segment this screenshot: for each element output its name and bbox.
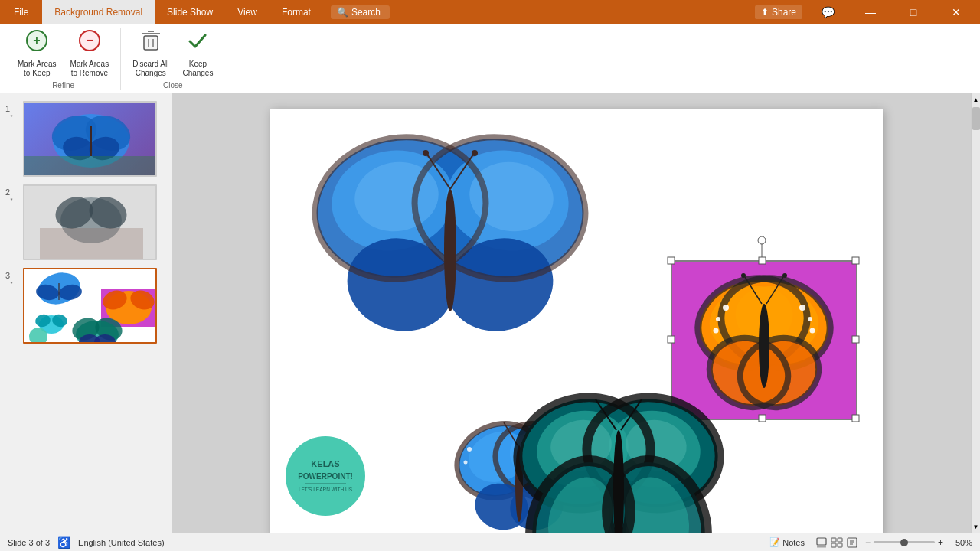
notes-icon: 📝 [769, 537, 780, 547]
notes-button[interactable]: 📝 Notes [766, 536, 808, 548]
mark-remove-label: Mark Areas to Remove [70, 60, 109, 78]
zoom-out-icon[interactable]: − [865, 537, 871, 548]
tab-slideshow[interactable]: Slide Show [155, 0, 225, 24]
search-label: Search [351, 7, 381, 18]
slide-thumb-2[interactable]: 2 * [3, 183, 168, 262]
tab-view[interactable]: View [225, 0, 270, 24]
slide-thumbnail-3[interactable] [23, 268, 157, 344]
svg-point-94 [467, 447, 472, 452]
ribbon: + Mark Areas to Keep − Mark Areas to Rem… [0, 24, 980, 93]
mark-keep-icon: + [25, 29, 48, 57]
slide-thumbnail-1[interactable] [23, 101, 157, 177]
mark-areas-to-keep-button[interactable]: + Mark Areas to Keep [12, 28, 62, 80]
mark-remove-icon: − [78, 29, 101, 57]
scroll-thumb[interactable] [972, 107, 980, 130]
refine-buttons: + Mark Areas to Keep − Mark Areas to Rem… [12, 28, 114, 80]
svg-rect-77 [759, 257, 766, 264]
normal-view-button[interactable] [815, 536, 828, 549]
zoom-percent[interactable]: 50% [949, 538, 972, 547]
slide-num-2: 2 [5, 187, 18, 197]
svg-rect-4 [144, 36, 158, 50]
svg-point-61 [723, 305, 729, 311]
svg-text:POWERPOINT!: POWERPOINT! [298, 472, 353, 481]
svg-rect-128 [838, 538, 842, 542]
svg-rect-83 [852, 415, 859, 422]
svg-rect-20 [40, 228, 143, 260]
svg-point-52 [472, 150, 478, 156]
tab-format[interactable]: Format [270, 0, 323, 24]
zoom-in-icon[interactable]: + [938, 537, 943, 548]
slide-thumbnail-2[interactable] [23, 184, 157, 260]
refine-group-label: Refine [52, 80, 74, 90]
scroll-down-arrow[interactable]: ▼ [972, 520, 981, 533]
comment-button[interactable]: 💬 [810, 0, 845, 24]
minimize-button[interactable]: — [853, 0, 888, 24]
search-icon: 🔍 [337, 7, 348, 18]
share-label: Share [772, 7, 796, 18]
tab-background-removal-label: Background Removal [54, 7, 142, 18]
reading-view-button[interactable] [845, 536, 859, 549]
slide-sorter-button[interactable] [830, 536, 844, 549]
search-area[interactable]: 🔍 Search [331, 5, 390, 19]
keep-changes-icon [186, 29, 209, 57]
file-tab-label: File [14, 7, 28, 18]
language: English (United States) [78, 538, 165, 547]
share-button[interactable]: ⬆ Share [755, 5, 802, 19]
svg-rect-15 [24, 156, 157, 177]
svg-point-51 [423, 150, 429, 156]
scroll-up-arrow[interactable]: ▲ [972, 93, 981, 106]
tab-background-removal[interactable]: Background Removal [42, 0, 155, 24]
svg-rect-125 [817, 538, 826, 545]
svg-point-95 [463, 461, 467, 465]
zoom-slider[interactable]: − + [865, 537, 943, 548]
discard-icon [139, 29, 162, 57]
slide-thumb-3[interactable]: 3 * [3, 266, 168, 345]
slider-track[interactable] [874, 541, 935, 543]
ribbon-group-close: Discard All Changes Keep Changes Close [121, 28, 224, 90]
tab-format-label: Format [282, 7, 311, 18]
svg-rect-76 [668, 257, 675, 264]
tab-view-label: View [237, 7, 257, 18]
svg-text:+: + [34, 34, 41, 47]
slide-canvas[interactable]: KELAS POWERPOINT! LET'S LEARN WITH US [270, 109, 883, 533]
svg-rect-79 [668, 336, 675, 343]
slide-star-1: * [10, 113, 12, 120]
notes-label: Notes [782, 538, 805, 547]
file-tab[interactable]: File [0, 0, 42, 24]
svg-rect-126 [817, 546, 826, 548]
svg-rect-82 [759, 415, 766, 422]
mark-areas-to-remove-button[interactable]: − Mark Areas to Remove [65, 28, 115, 80]
keep-changes-label: Keep Changes [182, 60, 213, 78]
svg-point-64 [799, 305, 805, 311]
keep-changes-button[interactable]: Keep Changes [177, 28, 218, 80]
svg-point-62 [716, 317, 720, 321]
slide-num-3: 3 [5, 271, 18, 280]
ribbon-group-refine: + Mark Areas to Keep − Mark Areas to Rem… [6, 28, 121, 90]
close-buttons: Discard All Changes Keep Changes [127, 28, 218, 80]
right-scrollbar[interactable]: ▲ ▼ [971, 93, 980, 533]
svg-rect-127 [831, 538, 836, 542]
discard-label: Discard All Changes [132, 60, 168, 78]
tab-slideshow-label: Slide Show [167, 7, 213, 18]
slide-thumb-1[interactable]: 1 * [3, 99, 168, 178]
title-actions: ⬆ Share 💬 — □ ✕ [755, 0, 980, 24]
svg-rect-130 [838, 543, 842, 547]
status-right: 📝 Notes [766, 536, 972, 549]
slider-thumb [900, 539, 908, 546]
mark-keep-label: Mark Areas to Keep [18, 60, 57, 78]
svg-point-63 [713, 328, 718, 334]
maximize-button[interactable]: □ [896, 0, 931, 24]
accessibility-icon[interactable]: ♿ [57, 536, 70, 549]
svg-point-48 [444, 189, 456, 311]
scroll-track[interactable] [972, 106, 980, 520]
slide-panel: 1 * [0, 93, 172, 533]
svg-point-66 [809, 328, 815, 334]
svg-rect-80 [852, 336, 859, 343]
butterfly-blue-morpho [303, 124, 596, 343]
close-button[interactable]: ✕ [939, 0, 974, 24]
discard-all-changes-button[interactable]: Discard All Changes [127, 28, 174, 80]
slide-star-3: * [10, 280, 12, 287]
statusbar: Slide 3 of 3 ♿ English (United States) 📝… [0, 533, 980, 551]
svg-point-74 [741, 273, 746, 278]
svg-rect-129 [831, 543, 836, 547]
